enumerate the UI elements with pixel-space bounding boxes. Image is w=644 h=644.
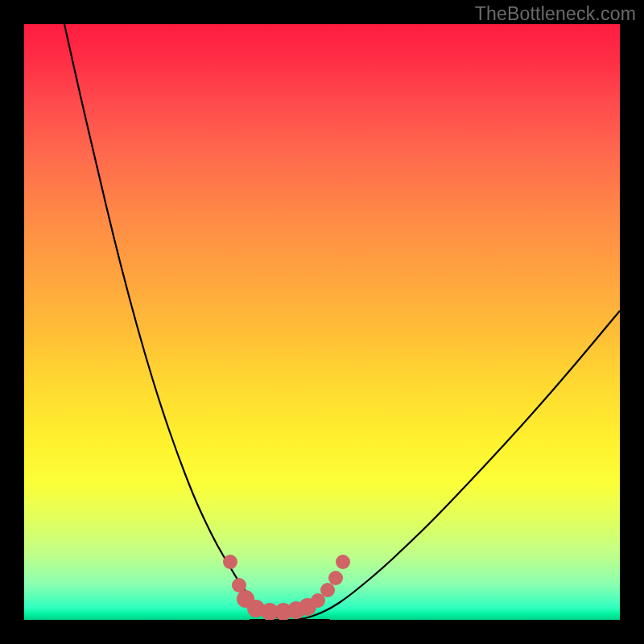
curve-right bbox=[294, 311, 620, 620]
chart-svg bbox=[24, 24, 620, 620]
marker-dot bbox=[320, 583, 335, 597]
marker-dot bbox=[223, 555, 237, 569]
watermark: TheBottleneck.com bbox=[475, 3, 636, 25]
curve-left bbox=[64, 24, 288, 620]
marker-dot bbox=[328, 571, 343, 585]
markers-group bbox=[223, 555, 350, 620]
left-curve-path bbox=[64, 24, 288, 620]
chart-frame: TheBottleneck.com bbox=[0, 0, 644, 644]
right-curve-path bbox=[294, 311, 620, 620]
marker-dot bbox=[336, 555, 350, 569]
